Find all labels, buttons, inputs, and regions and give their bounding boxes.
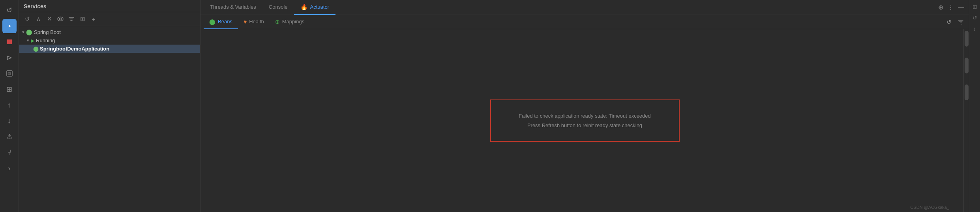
far-right-panel: ⊞ ↺ ↕ (969, 0, 980, 212)
tree-item-running[interactable]: ▾ ▶ Running (19, 36, 200, 45)
sub-tab-mappings-label: Mappings (282, 19, 304, 24)
tab-console-label: Console (269, 4, 288, 10)
far-right-refresh-btn[interactable]: ↺ (971, 13, 979, 22)
tree-running-label: Running (36, 38, 55, 43)
tab-console[interactable]: Console (262, 0, 294, 15)
sub-tab-mappings[interactable]: ⊕ Mappings (270, 15, 310, 29)
warning-icon-btn[interactable]: ⚠ (2, 129, 17, 144)
chevron-down-icon: ▾ (22, 30, 24, 35)
sub-tab-health-label: Health (249, 19, 264, 24)
services-panel: Services ↺ ∧ ✕ ⊞ + ▾ ⬤ Spring Boot ▾ ▶ (19, 0, 200, 212)
stop-icon-btn[interactable] (2, 35, 17, 49)
far-right-sort-btn[interactable]: ↕ (971, 24, 979, 33)
step-icon-btn[interactable]: ⊳ (2, 51, 17, 65)
tab-actuator-label: Actuator (310, 4, 329, 10)
health-icon: ♥ (244, 19, 247, 25)
main-panel: ⊕ ⋮ — Threads & Variables Console 🔥 Actu… (200, 0, 969, 212)
sub-tab-beans[interactable]: ⬤ Beans (204, 15, 238, 29)
upload-icon-btn[interactable]: ↑ (2, 98, 17, 112)
minimize-btn[interactable]: — (956, 2, 966, 12)
more-icon-btn[interactable]: › (2, 161, 17, 175)
refresh-icon-btn[interactable]: ↺ (2, 3, 17, 17)
services-tree: ▾ ⬤ Spring Boot ▾ ▶ Running ⬤ Springboot… (19, 26, 200, 212)
title-bar-right: ⊕ ⋮ — (933, 0, 969, 14)
tab-threads-label: Threads & Variables (210, 4, 256, 10)
tab-threads-variables[interactable]: Threads & Variables (204, 0, 262, 15)
scroll-thumb-top (965, 31, 969, 47)
grid-icon-btn[interactable]: ⊞ (2, 82, 17, 96)
svg-point-5 (60, 18, 62, 20)
beans-icon: ⬤ (209, 19, 215, 25)
scroll-thumb-bot (965, 84, 969, 100)
sub-tabs-bar: ⬤ Beans ♥ Health ⊕ Mappings ↺ (200, 15, 969, 29)
error-line1: Failed to check application ready state:… (510, 111, 660, 120)
svg-rect-1 (7, 39, 12, 44)
services-title: Services (19, 0, 200, 12)
content-area: Failed to check application ready state:… (200, 29, 969, 212)
tab-actuator[interactable]: 🔥 Actuator (294, 0, 335, 15)
toolbar-eye-btn[interactable] (55, 14, 66, 24)
actuator-icon: 🔥 (300, 4, 308, 11)
scroll-thumb-mid (965, 58, 969, 73)
watermark: CSDN @ACGkaka_ (910, 205, 949, 210)
error-line2: Press Refresh button to reinit ready sta… (510, 121, 660, 130)
mappings-icon: ⊕ (275, 19, 280, 25)
tree-item-spring-boot[interactable]: ▾ ⬤ Spring Boot (19, 28, 200, 36)
services-toolbar: ↺ ∧ ✕ ⊞ + (19, 12, 200, 26)
top-tabs-bar: Threads & Variables Console 🔥 Actuator (200, 0, 969, 15)
more-options-btn[interactable]: ⋮ (946, 2, 956, 12)
toolbar-refresh-btn[interactable]: ↺ (22, 14, 32, 24)
toolbar-layout-btn[interactable]: ⊞ (77, 14, 88, 24)
tree-app-label: SpringbootDemoApplication (40, 46, 109, 52)
app-spring-icon: ⬤ (33, 46, 38, 52)
far-right-layout-btn[interactable]: ⊞ (971, 2, 979, 11)
git-icon-btn[interactable]: ⑂ (2, 145, 17, 159)
svg-point-4 (58, 17, 63, 21)
toolbar-filter-btn[interactable] (66, 14, 77, 24)
left-icon-bar: ↺ ⊳ ▤ ⊞ ↑ ↓ ⚠ ⑂ › (0, 0, 19, 212)
sort-btn[interactable] (956, 17, 966, 27)
error-box: Failed to check application ready state:… (490, 99, 680, 142)
spring-icon: ⬤ (26, 29, 32, 35)
tree-item-app[interactable]: ⬤ SpringbootDemoApplication (19, 45, 200, 53)
chevron-down-icon-running: ▾ (27, 38, 29, 43)
toolbar-add-btn[interactable]: + (88, 14, 99, 24)
tree-spring-boot-label: Spring Boot (34, 29, 61, 35)
run-icon-btn[interactable] (2, 19, 17, 33)
download-icon-btn[interactable]: ↓ (2, 114, 17, 128)
run-triangle-icon: ▶ (31, 38, 34, 43)
toolbar-collapse-btn[interactable]: ∧ (33, 14, 43, 24)
terminal-icon-btn[interactable]: ▤ (2, 66, 17, 81)
sub-tab-health[interactable]: ♥ Health (238, 15, 270, 29)
sub-tab-beans-label: Beans (218, 19, 232, 24)
svg-text:▤: ▤ (7, 71, 11, 75)
add-tab-btn[interactable]: ⊕ (936, 2, 945, 12)
content-refresh-btn[interactable]: ↺ (944, 17, 954, 27)
right-scrollbar[interactable] (963, 29, 969, 212)
toolbar-close-btn[interactable]: ✕ (44, 14, 54, 24)
